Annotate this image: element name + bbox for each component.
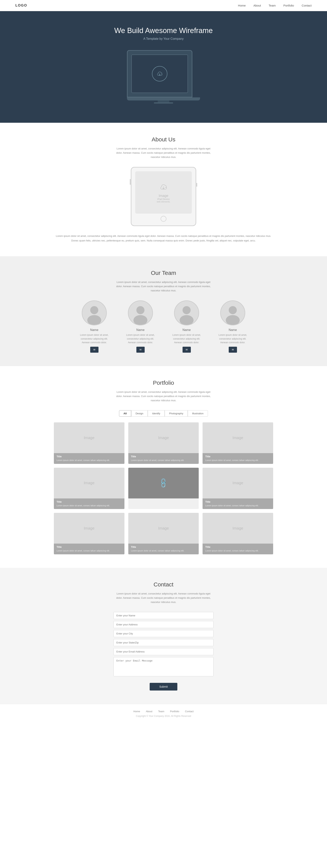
portfolio-img-8: Image — [128, 513, 199, 544]
portfolio-caption-8: Title Lorem ipsum dolor sit amet, consec… — [128, 544, 199, 554]
hero-subtitle: A Template by Your Company — [8, 37, 319, 40]
about-desc: Lorem ipsum dolor sit amet, consectetur … — [113, 147, 214, 159]
member-name-3: Name — [169, 328, 204, 332]
footer-portfolio[interactable]: Portfolio — [170, 710, 179, 713]
portfolio-img-label-2: Image — [158, 436, 169, 440]
team-member-2: Name Lorem ipsum dolor sit amet, consect… — [123, 301, 158, 353]
svg-point-3 — [87, 315, 101, 326]
ipad-cloud-icon — [159, 182, 168, 192]
portfolio-img-3: Image — [202, 423, 273, 453]
link-icon: 🔗 — [158, 477, 169, 489]
member-name-2: Name — [123, 328, 158, 332]
member-name-1: Name — [77, 328, 112, 332]
submit-button[interactable]: Submit — [149, 683, 178, 690]
nav-team[interactable]: Team — [269, 4, 276, 7]
nav-home[interactable]: Home — [238, 4, 246, 7]
nav-logo[interactable]: LOGO — [16, 3, 27, 7]
portfolio-title-3: Title — [205, 455, 270, 458]
email-button-4[interactable]: ✉ — [229, 347, 237, 353]
ipad-button-left — [130, 179, 131, 185]
footer-team[interactable]: Team — [158, 710, 164, 713]
filter-identify[interactable]: Identify — [148, 410, 165, 416]
team-member-3: Name Lorem ipsum dolor sit amet, consect… — [169, 301, 204, 353]
svg-point-7 — [180, 315, 193, 326]
member-name-4: Name — [215, 328, 250, 332]
portfolio-title-8: Title — [131, 546, 196, 548]
portfolio-caption-2: Title Lorem ipsum dolor sit amet, consec… — [128, 453, 199, 464]
portfolio-desc-6: Lorem ipsum dolor sit amet, consec tafue… — [205, 504, 270, 507]
cloud-download-icon — [156, 70, 163, 78]
nav-portfolio[interactable]: Portfolio — [283, 4, 294, 7]
footer-home[interactable]: Home — [134, 710, 140, 713]
member-desc-3: Lorem ipsum dolor sit amet, consectetur … — [169, 333, 204, 344]
portfolio-section: Portfolio Lorem ipsum dolor sit amet, co… — [0, 366, 327, 568]
footer-about[interactable]: About — [146, 710, 152, 713]
email-input[interactable] — [113, 648, 214, 655]
cloud-icon-circle — [152, 66, 167, 82]
portfolio-caption-6: Title Lorem ipsum dolor sit amet, consec… — [202, 498, 273, 509]
message-input[interactable] — [113, 657, 214, 676]
portfolio-item-8: Image Title Lorem ipsum dolor sit amet, … — [128, 513, 199, 554]
filter-illustration[interactable]: Illustration — [188, 410, 208, 416]
portfolio-img-label-6: Image — [233, 481, 243, 485]
portfolio-desc-9: Lorem ipsum dolor sit amet, consec tafue… — [205, 549, 270, 552]
ipad-illustration: Image iPad Device web elements. — [54, 167, 273, 226]
avatar-4 — [220, 301, 245, 326]
contact-desc: Lorem ipsum dolor sit amet, consectetur … — [113, 592, 214, 604]
filter-all[interactable]: All — [119, 410, 131, 416]
email-button-3[interactable]: ✉ — [183, 347, 191, 353]
portfolio-img-label-8: Image — [158, 526, 169, 530]
avatar-1 — [82, 301, 107, 326]
email-button-2[interactable]: ✉ — [136, 347, 145, 353]
nav-about[interactable]: About — [253, 4, 261, 7]
laptop-stand — [158, 100, 169, 102]
email-button-1[interactable]: ✉ — [90, 347, 99, 353]
portfolio-caption-4: Title Lorem ipsum dolor sit amet, consec… — [54, 498, 125, 509]
portfolio-title-4: Title — [57, 500, 122, 503]
hero-section: We Build Awesome Wireframe A Template by… — [0, 11, 327, 123]
avatar-silhouette-1 — [82, 301, 106, 326]
portfolio-item-1: Image Title Lorem ipsum dolor sit amet, … — [54, 423, 125, 464]
ipad-button-right — [196, 183, 197, 187]
svg-point-8 — [229, 306, 237, 314]
city-input[interactable] — [113, 630, 214, 637]
laptop-base — [127, 97, 200, 100]
portfolio-item-4: Image Title Lorem ipsum dolor sit amet, … — [54, 468, 125, 509]
portfolio-img-2: Image — [128, 423, 199, 453]
svg-point-9 — [226, 315, 240, 326]
laptop-body — [127, 50, 192, 97]
portfolio-title: Portfolio — [54, 379, 273, 386]
filter-photography[interactable]: Photography — [165, 410, 188, 416]
portfolio-caption-1: Title Lorem ipsum dolor sit amet, consec… — [54, 453, 125, 464]
portfolio-title-2: Title — [131, 455, 196, 458]
filter-design[interactable]: Design — [131, 410, 148, 416]
portfolio-desc-4: Lorem ipsum dolor sit amet, consec tafue… — [57, 504, 122, 507]
ipad-home-button — [161, 216, 166, 222]
portfolio-desc-8: Lorem ipsum dolor sit amet, consec tafue… — [131, 549, 196, 552]
member-desc-1: Lorem ipsum dolor sit amet, consectetur … — [77, 333, 112, 344]
about-section: About Us Lorem ipsum dolor sit amet, con… — [0, 123, 327, 256]
portfolio-img-label-9: Image — [233, 526, 243, 530]
member-desc-2: Lorem ipsum dolor sit amet, consectetur … — [123, 333, 158, 344]
svg-point-5 — [134, 315, 147, 326]
team-member-4: Name Lorem ipsum dolor sit amet, consect… — [215, 301, 250, 353]
team-section: Our Team Lorem ipsum dolor sit amet, con… — [0, 256, 327, 366]
contact-title: Contact — [54, 581, 273, 588]
ipad-web-label: web elements. — [157, 200, 170, 203]
portfolio-title-7: Title — [57, 546, 122, 548]
portfolio-img-7: Image — [54, 513, 125, 544]
laptop-illustration — [127, 50, 200, 103]
laptop-foot — [154, 102, 173, 103]
portfolio-grid: Image Title Lorem ipsum dolor sit amet, … — [54, 423, 273, 554]
hero-title: We Build Awesome Wireframe — [8, 27, 319, 35]
address-input[interactable] — [113, 621, 214, 628]
svg-point-6 — [183, 306, 191, 314]
portfolio-caption-7: Title Lorem ipsum dolor sit amet, consec… — [54, 544, 125, 554]
state-input[interactable] — [113, 639, 214, 646]
nav-contact[interactable]: Contact — [302, 4, 311, 7]
about-text2: Lorem ipsum dolor sit amet, consectetur … — [54, 234, 273, 243]
footer-contact[interactable]: Contact — [185, 710, 194, 713]
portfolio-filters: All Design Identify Photography Illustra… — [54, 410, 273, 416]
name-input[interactable] — [113, 612, 214, 619]
avatar-silhouette-4 — [221, 301, 245, 326]
